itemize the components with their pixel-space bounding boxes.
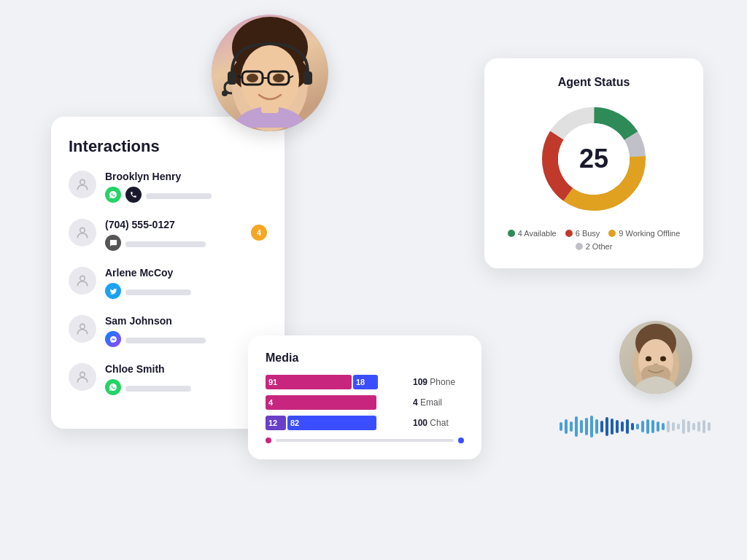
avatar: [69, 315, 96, 343]
waveform-bar: [560, 422, 562, 431]
legend-dot-busy: [565, 230, 573, 237]
avatar: [69, 267, 96, 295]
list-item[interactable]: Brooklyn Henry: [69, 171, 267, 206]
messenger-icon: [105, 331, 121, 347]
bar-wrap-email: 4: [266, 395, 409, 410]
waveform-bar: [565, 419, 568, 434]
waveform-bar: [595, 419, 598, 434]
list-item[interactable]: (704) 555-0127 4: [69, 219, 267, 254]
legend-label-offline: 9 Working Offline: [619, 229, 680, 238]
contact-name: Sam Johnson: [105, 315, 267, 327]
contact-name: Brooklyn Henry: [105, 171, 267, 182]
svg-rect-19: [261, 102, 279, 113]
waveform-bar: [692, 423, 695, 430]
waveform-bar: [580, 420, 583, 433]
contact-name: Arlene McCoy: [105, 267, 267, 279]
waveform-bar: [641, 421, 644, 432]
avatar: [69, 219, 96, 246]
agent-photo-main: [212, 15, 328, 131]
waveform-bar: [697, 421, 700, 432]
list-item[interactable]: Arlene McCoy: [69, 267, 267, 302]
status-bar: [125, 241, 206, 247]
agent-face: [212, 15, 328, 131]
agent-status-title: Agent Status: [502, 76, 686, 89]
contact-info: Arlene McCoy: [105, 267, 267, 302]
waveform-bar: [616, 420, 619, 433]
waveform-bar: [585, 418, 588, 435]
contact-info: Sam Johnson: [105, 315, 267, 350]
waveform: [560, 416, 711, 438]
legend-item-other: 2 Other: [576, 242, 613, 251]
legend-dot-other: [576, 243, 583, 250]
waveform-bar: [651, 420, 654, 433]
media-row-email: 4 4 Email: [266, 395, 464, 410]
list-item[interactable]: Sam Johnson: [69, 315, 267, 350]
contact-info: Brooklyn Henry: [105, 171, 267, 206]
donut-chart: 25: [535, 101, 652, 217]
legend-dot-available: [508, 230, 515, 237]
contact-icons: [105, 235, 267, 251]
agent-status-card: Agent Status 25: [484, 58, 703, 268]
media-row-phone: 91 18 109 Phone: [266, 375, 464, 389]
waveform-bar: [682, 419, 685, 434]
notification-badge: 4: [251, 225, 267, 241]
legend-label-other: 2 Other: [586, 242, 613, 251]
message-icon: [105, 235, 121, 251]
bar-email-primary: 4: [266, 395, 376, 410]
contact-icons: [105, 379, 267, 395]
bar-phone-secondary: 18: [353, 375, 378, 389]
avatar: [69, 363, 96, 391]
waveform-bar: [672, 422, 675, 431]
agent-photo-small: [619, 321, 692, 394]
waveform-bar: [667, 421, 670, 432]
contact-icons: [105, 331, 267, 347]
bar-wrap-phone: 91 18: [266, 375, 409, 389]
contact-info: Chloe Smith: [105, 363, 267, 398]
svg-point-0: [80, 179, 85, 184]
waveform-bar: [570, 421, 573, 432]
legend-dot-offline: [608, 230, 616, 237]
dot-active: [266, 438, 271, 443]
legend-item-offline: 9 Working Offline: [608, 229, 680, 238]
agent-avatar-small: [619, 321, 692, 394]
dots-bar: [276, 439, 454, 442]
waveform-bar: [590, 416, 593, 438]
list-item[interactable]: Chloe Smith: [69, 363, 267, 398]
status-bar: [146, 193, 212, 199]
contact-icons: [105, 187, 267, 203]
interactions-title: Interactions: [69, 137, 267, 156]
waveform-bar: [657, 421, 659, 432]
waveform-bar: [687, 421, 690, 432]
waveform-bar: [611, 419, 614, 435]
scene: Interactions Brooklyn Henry: [0, 0, 747, 560]
bar-chat-primary: 12: [266, 416, 286, 430]
waveform-bar: [662, 423, 665, 430]
whatsapp-icon: [105, 379, 121, 395]
legend-label-available: 4 Available: [518, 229, 557, 238]
whatsapp-icon: [105, 187, 121, 203]
svg-point-4: [80, 372, 85, 377]
waveform-bar: [677, 424, 680, 429]
waveform-bar: [626, 419, 629, 434]
svg-point-15: [273, 74, 285, 82]
svg-point-14: [247, 74, 258, 82]
waveform-bar: [636, 424, 639, 429]
bar-wrap-chat: 12 82: [266, 416, 409, 430]
waveform-bar: [575, 416, 578, 437]
contact-name: Chloe Smith: [105, 363, 267, 375]
twitter-icon: [105, 283, 121, 299]
media-dots: [266, 438, 464, 443]
waveform-bar: [708, 422, 711, 431]
legend-label-busy: 6 Busy: [576, 229, 600, 238]
legend-item-busy: 6 Busy: [565, 229, 600, 238]
media-value-phone: 109: [413, 377, 427, 387]
svg-rect-17: [303, 71, 312, 85]
waveform-bar: [605, 417, 608, 436]
media-label-email: 4 Email: [413, 397, 464, 408]
waveform-bar: [600, 421, 603, 432]
avatar: [69, 171, 96, 198]
phone-icon: [125, 187, 142, 203]
svg-point-31: [660, 357, 666, 362]
contact-name: (704) 555-0127: [105, 219, 267, 230]
bar-chat-secondary: 82: [287, 416, 376, 430]
